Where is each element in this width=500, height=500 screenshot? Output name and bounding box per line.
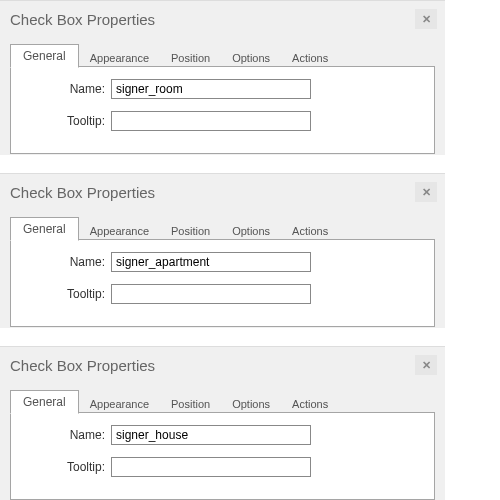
dialog-title: Check Box Properties (10, 11, 155, 28)
tooltip-input[interactable] (111, 284, 311, 304)
label-name: Name: (29, 428, 111, 442)
tab-appearance[interactable]: Appearance (79, 394, 160, 413)
tab-options[interactable]: Options (221, 394, 281, 413)
close-button[interactable]: ✕ (415, 355, 437, 375)
tab-general[interactable]: General (10, 390, 79, 414)
tab-actions[interactable]: Actions (281, 48, 339, 67)
close-icon: ✕ (422, 186, 431, 199)
tooltip-input[interactable] (111, 111, 311, 131)
tab-area: General Appearance Position Options Acti… (10, 218, 435, 328)
tab-area: General Appearance Position Options Acti… (10, 391, 435, 500)
checkbox-properties-dialog: Check Box Properties ✕ General Appearanc… (0, 173, 445, 328)
tab-panel-general: Name: Tooltip: (10, 66, 435, 154)
tab-panel-general: Name: Tooltip: (10, 239, 435, 327)
tab-actions[interactable]: Actions (281, 221, 339, 240)
close-icon: ✕ (422, 359, 431, 372)
checkbox-properties-dialog: Check Box Properties ✕ General Appearanc… (0, 0, 445, 155)
tab-options[interactable]: Options (221, 48, 281, 67)
name-input[interactable] (111, 79, 311, 99)
row-name: Name: (29, 425, 416, 445)
dialog-header: Check Box Properties ✕ (0, 1, 445, 35)
tab-bar: General Appearance Position Options Acti… (10, 218, 435, 240)
row-tooltip: Tooltip: (29, 111, 416, 131)
tooltip-input[interactable] (111, 457, 311, 477)
dialog-header: Check Box Properties ✕ (0, 174, 445, 208)
tab-panel-general: Name: Tooltip: (10, 412, 435, 500)
close-button[interactable]: ✕ (415, 9, 437, 29)
tab-position[interactable]: Position (160, 48, 221, 67)
tab-position[interactable]: Position (160, 394, 221, 413)
tab-bar: General Appearance Position Options Acti… (10, 45, 435, 67)
tab-area: General Appearance Position Options Acti… (10, 45, 435, 155)
label-name: Name: (29, 255, 111, 269)
label-name: Name: (29, 82, 111, 96)
row-tooltip: Tooltip: (29, 457, 416, 477)
name-input[interactable] (111, 425, 311, 445)
label-tooltip: Tooltip: (29, 114, 111, 128)
label-tooltip: Tooltip: (29, 287, 111, 301)
tab-bar: General Appearance Position Options Acti… (10, 391, 435, 413)
tab-general[interactable]: General (10, 44, 79, 68)
close-button[interactable]: ✕ (415, 182, 437, 202)
tab-position[interactable]: Position (160, 221, 221, 240)
tab-appearance[interactable]: Appearance (79, 221, 160, 240)
checkbox-properties-dialog: Check Box Properties ✕ General Appearanc… (0, 346, 445, 500)
tab-options[interactable]: Options (221, 221, 281, 240)
dialog-header: Check Box Properties ✕ (0, 347, 445, 381)
row-tooltip: Tooltip: (29, 284, 416, 304)
label-tooltip: Tooltip: (29, 460, 111, 474)
name-input[interactable] (111, 252, 311, 272)
dialog-title: Check Box Properties (10, 184, 155, 201)
tab-appearance[interactable]: Appearance (79, 48, 160, 67)
tab-general[interactable]: General (10, 217, 79, 241)
row-name: Name: (29, 79, 416, 99)
close-icon: ✕ (422, 13, 431, 26)
row-name: Name: (29, 252, 416, 272)
dialog-title: Check Box Properties (10, 357, 155, 374)
tab-actions[interactable]: Actions (281, 394, 339, 413)
